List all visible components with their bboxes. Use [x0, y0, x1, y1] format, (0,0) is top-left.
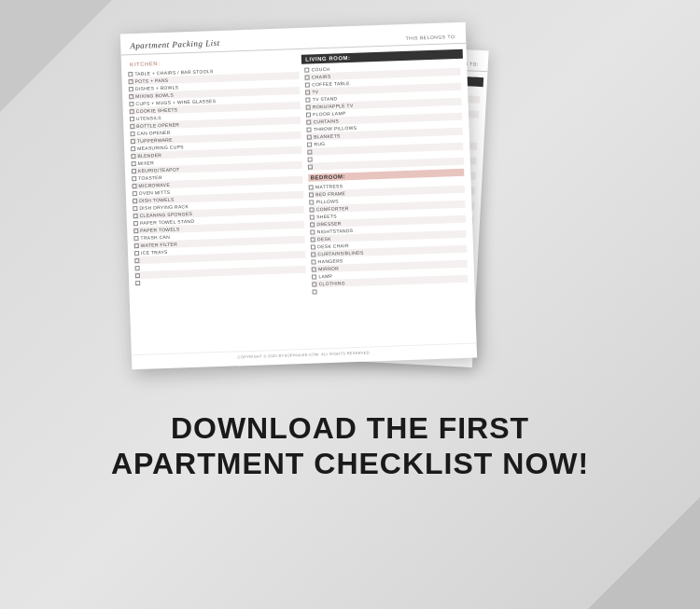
doc-front-belongs: THIS BELONGS TO: [406, 34, 457, 41]
cta-line1: DOWNLOAD THE FIRST [111, 410, 589, 446]
corner-decoration-br [588, 497, 700, 609]
checkbox [128, 72, 133, 76]
page-container: Apartment Packing List THIS BELONGS TO: … [0, 0, 700, 609]
living-bedroom-column: LIVING ROOM: COUCH CHAIRS COFFEE TABLE T… [301, 47, 471, 296]
bottom-cta: DOWNLOAD THE FIRST APARTMENT CHECKLIST N… [111, 410, 589, 482]
cta-line2: APARTMENT CHECKLIST NOW! [111, 446, 589, 481]
doc-front-content: KITCHEN: TABLE + CHAIRS / BAR STOOLS POT… [121, 47, 475, 302]
kitchen-column: KITCHEN: TABLE + CHAIRS / BAR STOOLS POT… [125, 52, 310, 301]
doc-front-title: Apartment Packing List [130, 38, 220, 50]
documents-wrapper: Apartment Packing List THIS BELONGS TO: … [0, 19, 700, 392]
documents-container: Apartment Packing List THIS BELONGS TO: … [126, 28, 574, 392]
document-front: Apartment Packing List THIS BELONGS TO: … [120, 22, 477, 370]
